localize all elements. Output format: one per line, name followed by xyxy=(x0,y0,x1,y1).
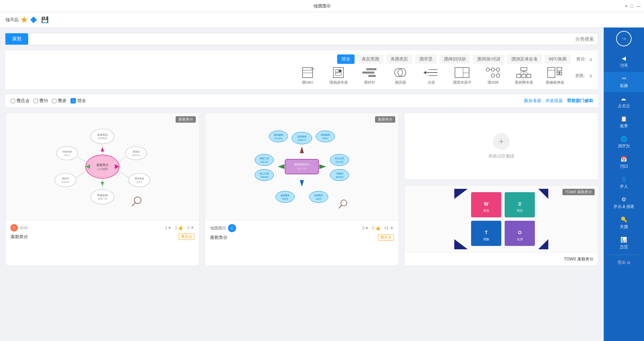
usage-uml[interactable]: UML UMJ图 xyxy=(294,67,321,85)
svg-rect-36 xyxy=(335,70,338,72)
plus-icon: + xyxy=(493,133,510,150)
sidebar-item-calendar[interactable]: 📅 曰打 xyxy=(604,153,644,173)
sort-recommended[interactable]: 体验门槛推荐 xyxy=(567,98,593,104)
svg-text:每日更新: 每日更新 xyxy=(260,161,268,163)
svg-text:模糊搜索: 模糊搜索 xyxy=(321,134,330,136)
sidebar-item-global[interactable]: 🌐 式节民 xyxy=(604,132,644,153)
save-icon[interactable]: 💾 xyxy=(41,16,49,24)
svg-text:标准模板: 标准模板 xyxy=(132,154,140,156)
card-preview-1: 分类搜索 分类搜索 模板中心 品类标签 搜索推荐 xyxy=(6,113,199,220)
close-icon[interactable]: × xyxy=(625,3,628,9)
gantt-label: 甘特图 xyxy=(364,80,375,85)
filter-tag-flow[interactable]: 流类图表 xyxy=(386,54,412,64)
template-card-1[interactable]: 分类搜索 分类搜索 模板中心 品类标签 搜索推荐 xyxy=(5,113,199,266)
window-title: 示图图妙 xyxy=(313,3,331,9)
usage-floorplan[interactable]: 平面布置图 xyxy=(449,67,475,85)
usage-venn[interactable]: 圆讯图 xyxy=(387,67,414,85)
logo[interactable]: 品不妙 xyxy=(5,16,36,24)
usage-flow[interactable]: 饲向图 xyxy=(479,67,506,85)
checkbox-free[interactable]: 免费 xyxy=(52,98,66,104)
svg-text:我的模板: 我的模板 xyxy=(335,176,343,178)
sidebar-nav-button[interactable]: → xyxy=(616,31,632,46)
template-card-2[interactable]: 分类搜索 分类搜索模板 中心节点 xyxy=(205,113,399,266)
svg-text:W: W xyxy=(484,201,489,207)
svg-rect-8 xyxy=(527,74,531,78)
card-footer-2: 👁 41 👍 1 ♥ 0 xyxy=(205,220,399,244)
svg-marker-79 xyxy=(300,180,304,187)
filter-tag-all[interactable]: 全部 xyxy=(337,54,355,64)
sidebar-item-key[interactable]: 🔑 图关 xyxy=(604,213,644,233)
svg-text:搜索推荐: 搜索推荐 xyxy=(98,137,107,139)
minimize-icon[interactable]: — xyxy=(636,3,641,9)
thumb-icon: 👍 xyxy=(178,225,183,230)
svg-text:企业版: 企业版 xyxy=(64,154,70,156)
usage-gantt[interactable]: 甘特图 xyxy=(356,67,383,85)
filter-tag-mind[interactable]: 思导图 xyxy=(415,54,437,64)
sidebar-item-clipboard[interactable]: 📋 寄戾 xyxy=(604,112,644,132)
sidebar-item-cut[interactable]: ✂ 截谋 xyxy=(604,72,644,92)
filter-tag-org[interactable]: 组织结构图 xyxy=(440,54,470,64)
sort-latest[interactable]: 最新发布 xyxy=(545,98,563,104)
chevron-down-icon-2[interactable]: ∨ xyxy=(589,73,593,79)
checkbox-all[interactable]: ✓ 全部 xyxy=(71,98,86,104)
sidebar-item-settings[interactable]: ⚙ 系统 & 出号 xyxy=(604,193,644,213)
card-footer-swot: 分类搜索 SWOT xyxy=(405,253,598,265)
sidebar-item-user[interactable]: 👤 人号 xyxy=(604,173,644,193)
svg-text:标签分类: 标签分类 xyxy=(274,137,283,139)
svg-rect-7 xyxy=(521,68,527,71)
search-input[interactable] xyxy=(28,33,598,45)
svg-rect-5 xyxy=(548,68,555,78)
svg-text:免费模板: 免费模板 xyxy=(280,194,290,197)
card-preview-swot: 分类搜索 SWOT S 优势 W 劣势 O 机会 xyxy=(405,185,598,253)
chevron-down-icon[interactable]: ∨ xyxy=(589,56,593,62)
svg-rect-31 xyxy=(366,68,376,70)
svg-point-42 xyxy=(86,155,119,178)
arrow-icon-box xyxy=(423,67,439,79)
svg-point-82 xyxy=(292,132,312,144)
empty-card[interactable]: + 创建空白画布 xyxy=(404,113,598,180)
svg-line-11 xyxy=(524,71,529,74)
svg-marker-69 xyxy=(101,147,104,152)
member-badge-1: 会员费 xyxy=(179,233,194,240)
maximize-icon[interactable]: □ xyxy=(631,3,633,9)
arch-icon xyxy=(547,67,563,79)
thumbs-stat-2: 👍 1 xyxy=(372,226,380,230)
template-card-swot[interactable]: 分类搜索 SWOT S 优势 W 劣势 O 机会 xyxy=(404,185,598,266)
usage-arrow[interactable]: 箭头 xyxy=(418,67,445,85)
sidebar-label-clipboard: 寄戾 xyxy=(620,123,628,129)
category-filter-row: ∨ 分类: 商表\T99 多业务流程图 拓扑\矩阵图 组织结构图 思导图 流类图… xyxy=(11,54,593,64)
views-count: 4 xyxy=(187,225,189,230)
usage-circuit[interactable]: 基本电路图 xyxy=(325,67,352,85)
filter-tag-multi[interactable]: 多业务流程图 xyxy=(507,54,542,64)
eye-icon-2: 👁 xyxy=(390,226,394,230)
sidebar-item-logout[interactable]: ⊖ 出照 xyxy=(604,256,644,269)
filter-tag-topo[interactable]: 拓扑\矩阵图 xyxy=(473,54,505,64)
card-meta-2: 👁 41 👍 1 ♥ 0 xyxy=(210,224,394,232)
svg-point-85 xyxy=(316,131,335,142)
svg-text:专业版: 专业版 xyxy=(136,181,142,183)
sidebar-item-chart[interactable]: 📊 贸态 xyxy=(604,233,644,253)
sidebar-item-cloud[interactable]: ☁ 云文么 xyxy=(604,92,644,112)
svg-text:甘特图: 甘特图 xyxy=(62,177,69,180)
sidebar-label-logout: 出照 xyxy=(617,260,626,265)
card-meta-1: 👁 4 👍 1 ♥ 1 xyxy=(10,224,194,231)
sort-popular[interactable]: 最多收藏 xyxy=(524,98,541,104)
filter-tag-flowchart[interactable]: 图类流表 xyxy=(357,54,383,64)
checkbox-paid[interactable]: 付费 xyxy=(34,98,48,104)
svg-line-110 xyxy=(339,205,342,208)
checkbox-member[interactable]: 会员费 xyxy=(11,98,30,104)
svg-text:高级版: 高级版 xyxy=(316,198,322,200)
svg-text:UML: UML xyxy=(311,68,315,70)
svg-rect-22 xyxy=(455,68,469,78)
card-preview-2: 分类搜索 分类搜索模板 中心节点 xyxy=(205,113,399,220)
usage-network[interactable]: 基本网络图 xyxy=(510,67,537,85)
svg-rect-1 xyxy=(560,72,562,75)
logout-content: ⊖ 出照 xyxy=(617,260,630,265)
views-count-2: 41 xyxy=(384,226,389,230)
svg-marker-81 xyxy=(278,164,284,169)
sidebar-item-open[interactable]: ▶ 开打 xyxy=(604,52,644,72)
svg-point-103 xyxy=(309,191,328,203)
search-button[interactable]: 搜索 xyxy=(5,33,28,45)
filter-tag-t99[interactable]: 商表\T99 xyxy=(545,54,571,64)
usage-arch[interactable]: 架构策略图 xyxy=(541,67,568,85)
